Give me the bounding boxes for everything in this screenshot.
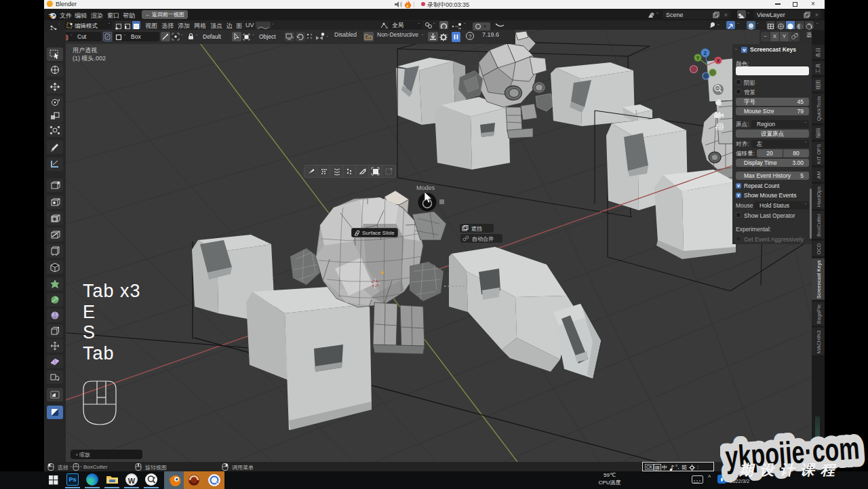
svg-text:Z: Z	[704, 51, 707, 56]
svg-text:ˇ: ˇ	[326, 35, 328, 41]
svg-text:X: X	[717, 58, 720, 63]
svg-text:ˇ: ˇ	[717, 23, 719, 29]
svg-text:Y: Y	[696, 56, 700, 60]
svg-text:期设计课程: 期设计课程	[738, 462, 841, 477]
